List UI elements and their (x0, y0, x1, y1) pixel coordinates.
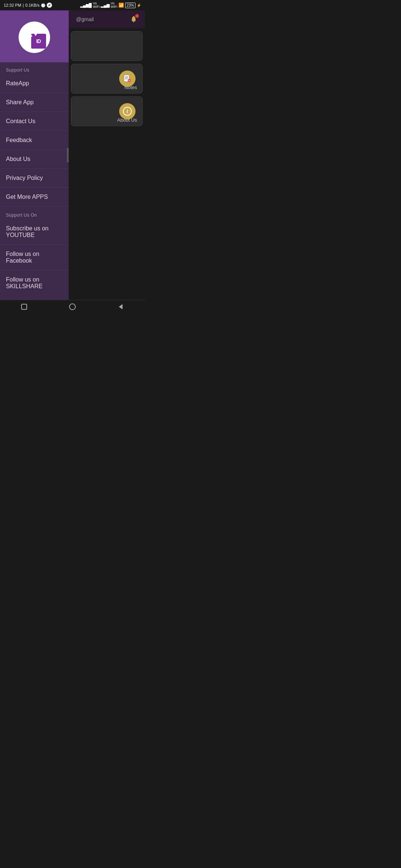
divider-1 (0, 93, 69, 93)
time: 12:32 PM (4, 3, 21, 7)
notification-badge (135, 14, 139, 18)
home-button[interactable] (67, 302, 78, 312)
wifi-icon: 📶 (118, 3, 124, 8)
svg-marker-17 (119, 304, 123, 309)
divider-3 (0, 131, 69, 131)
battery-icon: 23% (125, 3, 136, 8)
bottom-nav (0, 300, 145, 313)
gmail-text: @gmail (73, 16, 94, 22)
data-speed: 0.1KB/s (25, 3, 40, 7)
svg-marker-5 (34, 34, 37, 36)
top-card (71, 31, 143, 61)
divider-5 (0, 168, 69, 169)
support-on-section-label: Support Us On (0, 207, 69, 220)
app-logo: ID (19, 22, 50, 53)
divider-8 (0, 244, 69, 245)
divider-7 (0, 206, 69, 207)
divider-2 (0, 112, 69, 112)
vo-wifi2-label: VoWiFi (111, 2, 117, 9)
menu-item-rate-app[interactable]: RateApp (0, 75, 69, 92)
menu-item-feedback[interactable]: Feedback (0, 132, 69, 149)
cards-container: Notes i About Us (69, 28, 145, 129)
divider-6 (0, 187, 69, 188)
svg-rect-6 (133, 21, 134, 22)
main-container: ID Support Us (0, 10, 145, 300)
notes-card[interactable]: Notes (71, 64, 143, 93)
signal2-icon: ▂▄▆ (101, 3, 110, 8)
network-speed: | (23, 3, 24, 7)
support-section-label: Support Us (0, 62, 69, 75)
recents-button[interactable] (19, 302, 29, 312)
clock-icon: 🕐 (41, 3, 45, 7)
menu-item-facebook[interactable]: Follow us on Facebook (0, 246, 69, 269)
right-panel: @gmail (69, 10, 145, 300)
status-icon: P (47, 3, 52, 8)
graduation-cap-icon (23, 26, 37, 40)
status-right: ▂▄▆█ VoWiFi ▂▄▆ VoWiFi 📶 23% ⚡ (80, 2, 141, 9)
menu-item-contact-us[interactable]: Contact Us (0, 113, 69, 130)
scroll-handle (67, 148, 69, 162)
divider-4 (0, 149, 69, 150)
navigation-drawer: ID Support Us (0, 10, 69, 300)
right-topbar: @gmail (69, 10, 145, 28)
menu-item-about-us[interactable]: About Us (0, 151, 69, 168)
about-label: About Us (117, 117, 137, 123)
about-card[interactable]: i About Us (71, 96, 143, 126)
svg-point-3 (28, 35, 32, 37)
charging-icon: ⚡ (137, 3, 141, 7)
svg-text:i: i (127, 108, 128, 114)
svg-rect-15 (22, 304, 27, 309)
logo-inner: ID (23, 26, 46, 49)
menu-item-share-app[interactable]: Share App (0, 94, 69, 111)
status-left: 12:32 PM | 0.1KB/s 🕐 P (4, 3, 52, 8)
vo-wifi-label: VoWiFi (93, 2, 100, 9)
status-bar: 12:32 PM | 0.1KB/s 🕐 P ▂▄▆█ VoWiFi ▂▄▆ V… (0, 0, 145, 10)
notes-label: Notes (124, 85, 137, 90)
menu-item-skillshare[interactable]: Follow us on SKILLSHARE (0, 271, 69, 295)
signal-icon: ▂▄▆█ (80, 3, 92, 8)
notification-bell[interactable] (127, 13, 140, 26)
menu-item-privacy-policy[interactable]: Privacy Policy (0, 170, 69, 187)
drawer-header: ID (0, 10, 69, 62)
divider-9 (0, 270, 69, 270)
svg-point-16 (69, 304, 75, 310)
back-button[interactable] (115, 302, 126, 312)
menu-item-youtube[interactable]: Subscribe us on YOUTUBE (0, 220, 69, 244)
menu-item-get-more-apps[interactable]: Get More APPS (0, 188, 69, 206)
